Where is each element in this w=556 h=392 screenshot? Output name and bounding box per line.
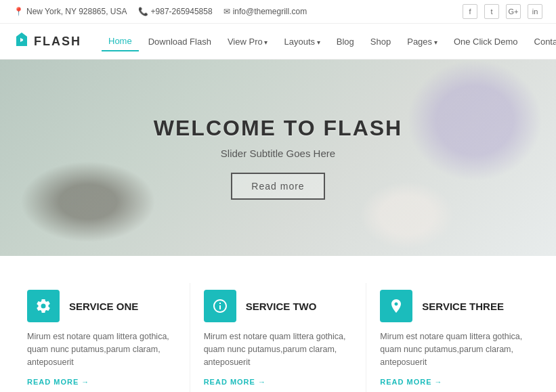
service-desc-1: Mirum est notare quam littera gothica, q…	[27, 330, 176, 368]
email-icon: ✉	[223, 7, 230, 16]
top-bar-left: 📍 New York, NY 928865, USA 📞 +987-265945…	[14, 7, 307, 16]
service-title-1: SERVICE ONE	[69, 301, 138, 312]
service-read-more-3[interactable]: READ MORE	[380, 378, 529, 386]
nav-item-one-click-demo[interactable]: One Click Demo	[447, 32, 525, 51]
service-read-more-1[interactable]: READ MORE	[27, 378, 176, 386]
nav-item-download-flash[interactable]: Download Flash	[142, 32, 218, 51]
service-item-1: SERVICE ONE Mirum est notare quam litter…	[14, 283, 190, 392]
hero-section: WELCOME TO FLASH Slider Subtitle Goes He…	[0, 60, 556, 256]
phone-icon: 📞	[138, 7, 148, 16]
main-nav: HomeDownload FlashView ProLayoutsBlogSho…	[102, 32, 556, 51]
service-title-2: SERVICE TWO	[246, 301, 317, 312]
nav-item-shop[interactable]: Shop	[364, 32, 398, 51]
service-title-3: SERVICE THREE	[422, 301, 504, 312]
hero-title: WELCOME TO FLASH	[154, 116, 402, 141]
nav-item-blog[interactable]: Blog	[330, 32, 361, 51]
hero-content: WELCOME TO FLASH Slider Subtitle Goes He…	[154, 116, 402, 200]
top-bar-right: f t G+ in	[463, 4, 542, 19]
service-item-3: SERVICE THREE Mirum est notare quam litt…	[366, 283, 542, 392]
logo[interactable]: FLASH	[14, 31, 81, 51]
nav-item-layouts[interactable]: Layouts	[277, 32, 326, 51]
hero-flowers-decoration	[407, 60, 542, 181]
facebook-icon[interactable]: f	[463, 4, 477, 19]
nav-item-view-pro[interactable]: View Pro	[221, 32, 275, 51]
linkedin-icon[interactable]: in	[528, 4, 542, 19]
service-icon-box-3	[380, 290, 412, 322]
service-desc-2: Mirum est notare quam littera gothica, q…	[204, 330, 353, 368]
logo-text: FLASH	[34, 35, 81, 49]
hero-subtitle: Slider Subtitle Goes Here	[154, 148, 402, 159]
service-read-more-2[interactable]: READ MORE	[204, 378, 353, 386]
nav-item-home[interactable]: Home	[102, 32, 139, 51]
service-header-2: SERVICE TWO	[204, 290, 353, 322]
nav-item-pages[interactable]: Pages	[400, 32, 444, 51]
googleplus-icon[interactable]: G+	[506, 4, 521, 19]
nav-item-contact[interactable]: Contact	[528, 32, 556, 51]
services-section: SERVICE ONE Mirum est notare quam litter…	[0, 256, 556, 392]
twitter-icon[interactable]: t	[484, 4, 499, 19]
service-icon-box-2	[204, 290, 236, 322]
service-item-2: SERVICE TWO Mirum est notare quam litter…	[190, 283, 367, 392]
email: ✉ info@themegrill.com	[223, 7, 307, 16]
service-header-1: SERVICE ONE	[27, 290, 176, 322]
header: FLASH HomeDownload FlashView ProLayoutsB…	[0, 24, 556, 60]
top-bar: 📍 New York, NY 928865, USA 📞 +987-265945…	[0, 0, 556, 24]
hero-glasses-decoration	[20, 161, 156, 242]
service-icon-box-1	[27, 290, 60, 322]
service-header-3: SERVICE THREE	[380, 290, 529, 322]
location-icon: 📍	[14, 7, 24, 16]
hero-read-more-button[interactable]: Read more	[231, 173, 324, 200]
service-desc-3: Mirum est notare quam littera gothica, q…	[380, 330, 529, 368]
phone: 📞 +987-265945858	[138, 7, 213, 16]
address: 📍 New York, NY 928865, USA	[14, 7, 127, 16]
logo-icon	[14, 31, 30, 51]
